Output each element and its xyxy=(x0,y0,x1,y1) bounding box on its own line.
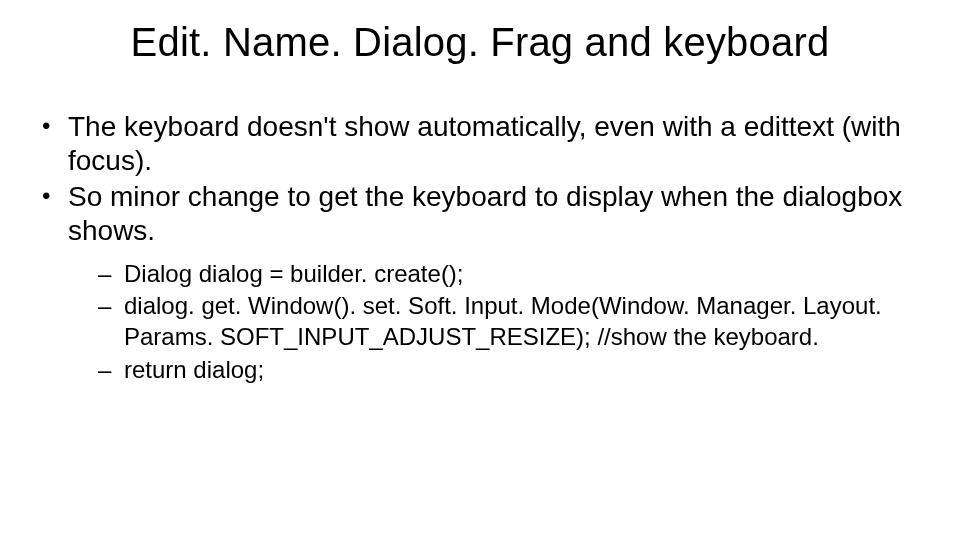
bullet-list: The keyboard doesn't show automatically,… xyxy=(36,110,920,386)
sub-bullet-item: Dialog dialog = builder. create(); xyxy=(98,259,920,290)
bullet-item: So minor change to get the keyboard to d… xyxy=(36,180,920,385)
slide: Edit. Name. Dialog. Frag and keyboard Th… xyxy=(0,0,960,540)
bullet-item: The keyboard doesn't show automatically,… xyxy=(36,110,920,178)
sub-bullet-item: dialog. get. Window(). set. Soft. Input.… xyxy=(98,291,920,352)
slide-title: Edit. Name. Dialog. Frag and keyboard xyxy=(0,20,960,65)
bullet-text: So minor change to get the keyboard to d… xyxy=(68,181,902,246)
sub-bullet-list: Dialog dialog = builder. create(); dialo… xyxy=(68,259,920,386)
sub-bullet-item: return dialog; xyxy=(98,355,920,386)
slide-body: The keyboard doesn't show automatically,… xyxy=(36,110,920,388)
